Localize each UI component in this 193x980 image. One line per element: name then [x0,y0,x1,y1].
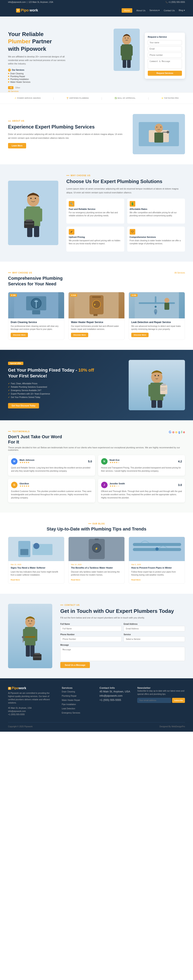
footer-service-link-2[interactable]: Plumbing Repair [62,695,77,697]
svg-point-8 [125,38,126,38]
contact-email-group: Email Address [123,623,185,632]
hero-all-services-link[interactable]: All Services [8,90,109,92]
drain-discover-btn[interactable]: Discover More [11,333,28,337]
footer-service-link-4[interactable]: Pipe Installation [62,703,76,705]
blog-post-2-title: The Benefits of a Tankless Water Heater [71,566,122,570]
hero-form-email[interactable] [148,46,182,51]
logo: P Pipowork [8,6,46,14]
heater-discover-btn[interactable]: Discover More [71,333,88,337]
heater-title: Water Heater Repair Service [71,321,122,324]
newsletter-email-input[interactable] [137,698,171,703]
contact-full-name-group: Full Name [60,623,122,632]
offer-headline: Get Your Plumbing Fixed Today - 10% off … [8,368,121,379]
footer-service-1: Drain Cleaning [62,689,93,694]
footer-service-link-5[interactable]: Leak Detection [62,708,75,710]
svg-rect-14 [154,132,163,143]
blog-post-1-excerpt: Learn the key indicators that your home … [11,570,62,576]
about-learn-btn[interactable]: Learn More [8,143,26,148]
svg-rect-23 [38,208,42,221]
contact-form: Full Name Email Address Phone Number Ser… [60,623,185,668]
hero-services-list: ✓ Our Services Drain Cleaning Plumbing R… [8,69,109,83]
brand-1: ⚡ POWER SERVICE AWARDS [14,97,41,99]
contact-email-input[interactable] [123,626,185,632]
svg-rect-6 [127,60,131,68]
logo-text-pipo: Pipo [21,8,29,13]
blog-2-illustration: ⚡ [68,537,125,561]
fast-icon: 🔧 [69,201,74,207]
svg-rect-53 [149,385,152,396]
svg-point-27 [35,198,36,199]
drain-card-body: Drain Cleaning Service Our professional … [8,318,64,340]
footer-contact-title: Contact Info [100,686,131,689]
svg-rect-30 [25,224,33,224]
blog-1-illustration [8,537,64,561]
svg-point-88 [22,636,24,638]
svg-rect-67 [20,549,28,555]
svg-rect-82 [26,645,30,657]
all-services-link[interactable]: All Services [174,272,185,274]
offer-item-2: Reliable Plumbing Solutions Guaranteed [8,385,121,389]
svg-point-85 [31,620,32,622]
blog-post-1-image [8,537,64,561]
hero-form-phone[interactable] [148,52,182,57]
svg-rect-61 [161,388,167,388]
svg-point-18 [167,131,169,133]
services-list-label: Our Services [12,69,24,71]
hero-form-message[interactable] [148,59,182,69]
blog-post-3-link[interactable]: Read More [131,579,141,581]
nav-services[interactable]: Services ▾ [149,9,160,12]
svg-point-13 [155,124,163,132]
blog-headline: Stay Up-to-Date with Plumbing Tips and T… [8,527,185,532]
hero-image [109,29,145,71]
svg-rect-60 [161,383,166,386]
service-item-1: Drain Cleaning [8,73,109,75]
blog-3-illustration [129,537,185,561]
heater-card-image: $ 319 ⚡ [68,292,125,318]
svg-rect-25 [34,226,39,237]
footer-service-5: Leak Detection [62,706,93,711]
nav-about[interactable]: About Us [136,9,146,12]
blog-grid: Mar 15, 2025 Signs You Need a Water Soft… [8,537,185,584]
contact-full-name-input[interactable] [60,626,122,632]
contact-label: Contact Us [60,604,185,606]
contact-phone-input[interactable] [60,636,122,642]
svg-rect-75 [133,543,181,546]
testimonial-3-name: GloriAnn [19,482,30,485]
svg-rect-4 [130,46,133,56]
footer-copyright: Copyright © 2025 Pipowork [8,725,33,728]
about-label: About Us [8,120,125,122]
nav-contact[interactable]: Contact Us [164,9,175,12]
footer-services-title: Services [62,686,93,689]
svg-point-77 [155,547,159,550]
svg-rect-81 [34,629,37,641]
leak-discover-btn[interactable]: Discover More [131,333,149,337]
blog-post-3: Mar 5, 2025 How to Prevent Frozen Pipes … [129,537,185,584]
why-illustration [8,181,58,245]
testimonials-header-left: Testimonials Don't Just Take Our Word Fo… [8,430,68,445]
nav-blog[interactable]: Blog ▾ [179,9,185,12]
footer-service-link-3[interactable]: Water Heater Repair [62,699,80,701]
blog-post-1-title: Signs You Need a Water Softener [11,566,62,570]
contact-message-input[interactable] [60,647,185,661]
svg-rect-43 [135,292,179,318]
newsletter-submit-btn[interactable]: Subscribe [172,698,185,703]
footer-service-link-6[interactable]: Emergency Services [62,712,80,714]
blog-post-3-date: Mar 5, 2025 [131,563,182,566]
hero-form-name[interactable] [148,40,182,45]
services-label: Why Choose Us [8,272,68,274]
hero-form-submit[interactable]: Request Services [148,71,182,76]
footer-bottom: Copyright © 2025 Pipowork Designed By We… [8,722,185,728]
blog-post-1-link[interactable]: Read More [11,579,20,581]
footer-service-link-1[interactable]: Drain Cleaning [62,690,75,693]
testimonial-2-text: Honest and Transparent Pricing. This plu… [101,466,182,473]
google-badge: Google [169,430,185,434]
offer-cta-btn[interactable]: Get Your Discount Today [8,403,39,409]
blog-post-2-link[interactable]: Read More [71,579,80,581]
why-image [8,181,58,245]
blog-post-2: ⚡ Mar 10, 2025 The Benefits of a Tankles… [68,537,125,584]
contact-service-select[interactable]: Select a Service Drain Cleaning Water He… [123,636,185,642]
nav-home[interactable]: Home [122,8,132,13]
contact-submit-btn[interactable]: Send Us a Message [60,662,90,668]
testimonials-grid: M Mark Johnson ★★★★★ 5.0 Quick and Relia… [8,455,185,503]
contact-email-label: Email Address [123,623,185,625]
